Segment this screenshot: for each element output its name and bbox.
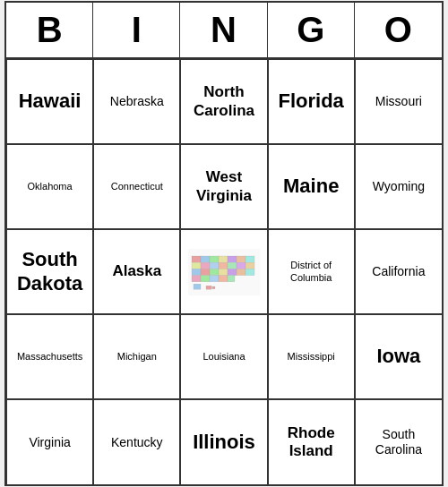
cell-text-18: Mississippi — [288, 351, 335, 363]
cell-text-2: North Carolina — [186, 83, 261, 120]
header-g: G — [268, 3, 355, 57]
svg-rect-12 — [228, 262, 237, 269]
bingo-cell-16: Michigan — [93, 314, 180, 399]
cell-text-22: Illinois — [193, 431, 255, 454]
svg-rect-1 — [192, 256, 201, 262]
cell-text-6: Connecticut — [111, 181, 163, 192]
svg-rect-20 — [237, 269, 246, 275]
bingo-cell-24: South Carolina — [355, 399, 442, 484]
bingo-cell-6: Connecticut — [93, 144, 180, 229]
bingo-cell-19: Iowa — [355, 314, 442, 399]
header-b: B — [6, 3, 93, 57]
bingo-cell-15: Massachusetts — [6, 314, 93, 399]
cell-text-11: Alaska — [112, 262, 161, 280]
cell-text-23: Rhode Island — [274, 424, 349, 461]
svg-rect-7 — [246, 256, 254, 262]
svg-rect-25 — [219, 275, 228, 281]
cell-text-0: Hawaii — [19, 90, 82, 113]
svg-rect-26 — [228, 275, 235, 281]
svg-rect-28 — [206, 286, 211, 289]
bingo-cell-3: Florida — [268, 59, 355, 144]
svg-rect-17 — [210, 269, 219, 275]
bingo-cell-7: West Virginia — [180, 144, 267, 229]
svg-rect-9 — [201, 262, 210, 269]
bingo-cell-2: North Carolina — [180, 59, 267, 144]
bingo-cell-1: Nebraska — [93, 59, 180, 144]
cell-text-16: Michigan — [117, 351, 157, 363]
header-o: O — [355, 3, 442, 57]
bingo-cell-4: Missouri — [355, 59, 442, 144]
bingo-cell-14: California — [355, 229, 442, 314]
svg-rect-8 — [192, 262, 201, 269]
svg-rect-21 — [246, 269, 254, 275]
bingo-cell-9: Wyoming — [355, 144, 442, 229]
svg-rect-14 — [246, 262, 254, 269]
cell-text-21: Kentucky — [111, 435, 163, 450]
svg-rect-2 — [201, 256, 210, 262]
svg-rect-27 — [194, 284, 201, 289]
svg-rect-10 — [210, 262, 219, 269]
cell-text-3: Florida — [279, 90, 344, 113]
cell-text-15: Massachusetts — [17, 351, 82, 363]
bingo-cell-13: District of Columbia — [268, 229, 355, 314]
svg-rect-19 — [228, 269, 237, 275]
bingo-cell-17: Louisiana — [180, 314, 267, 399]
bingo-cell-8: Maine — [268, 144, 355, 229]
svg-rect-11 — [219, 262, 228, 269]
svg-rect-3 — [210, 256, 219, 262]
bingo-cell-12 — [180, 229, 267, 314]
bingo-cell-20: Virginia — [6, 399, 93, 484]
bingo-cell-18: Mississippi — [268, 314, 355, 399]
svg-rect-4 — [219, 256, 228, 262]
bingo-cell-22: Illinois — [180, 399, 267, 484]
bingo-card: B I N G O HawaiiNebraskaNorth CarolinaFl… — [4, 1, 444, 486]
cell-text-4: Missouri — [375, 94, 422, 109]
svg-rect-29 — [212, 286, 215, 289]
bingo-cell-11: Alaska — [93, 229, 180, 314]
bingo-header: B I N G O — [6, 3, 442, 59]
cell-text-20: Virginia — [29, 435, 70, 450]
bingo-cell-23: Rhode Island — [268, 399, 355, 484]
bingo-grid: HawaiiNebraskaNorth CarolinaFloridaMisso… — [6, 59, 442, 484]
svg-rect-15 — [192, 269, 201, 275]
cell-text-9: Wyoming — [373, 179, 425, 194]
svg-rect-23 — [201, 275, 210, 281]
svg-rect-24 — [210, 275, 219, 281]
us-map-icon — [188, 245, 260, 299]
bingo-cell-0: Hawaii — [6, 59, 93, 144]
cell-text-13: District of Columbia — [274, 260, 349, 283]
header-i: I — [93, 3, 180, 57]
cell-text-14: California — [372, 264, 425, 279]
cell-text-8: Maine — [283, 175, 339, 198]
cell-text-19: Iowa — [376, 345, 420, 368]
svg-rect-16 — [201, 269, 210, 275]
cell-text-1: Nebraska — [110, 94, 164, 109]
svg-rect-18 — [219, 269, 228, 275]
svg-rect-22 — [192, 275, 201, 281]
cell-text-10: South Dakota — [13, 248, 87, 295]
cell-text-17: Louisiana — [202, 351, 245, 363]
bingo-cell-10: South Dakota — [6, 229, 93, 314]
cell-text-24: South Carolina — [361, 427, 436, 457]
cell-text-7: West Virginia — [186, 168, 261, 205]
svg-rect-13 — [237, 262, 246, 269]
svg-rect-6 — [237, 256, 246, 262]
bingo-cell-21: Kentucky — [93, 399, 180, 484]
svg-rect-5 — [228, 256, 237, 262]
header-n: N — [180, 3, 267, 57]
cell-text-5: Oklahoma — [28, 181, 73, 192]
bingo-cell-5: Oklahoma — [6, 144, 93, 229]
